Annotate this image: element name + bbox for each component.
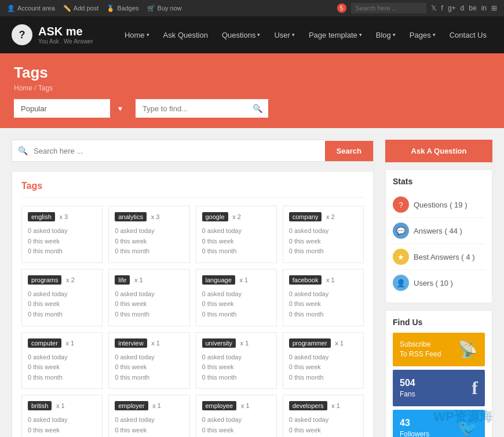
tag-this-month: 0 this month	[28, 309, 96, 320]
tag-asked-today: 0 asked today	[202, 352, 271, 363]
search-input[interactable]	[34, 141, 325, 161]
tag-card[interactable]: employer x 1 0 asked today 0 this week 0…	[108, 395, 189, 437]
tag-card[interactable]: analytics x 3 0 asked today 0 this week …	[108, 206, 189, 263]
tag-badge: company	[289, 212, 322, 221]
tag-stats: 0 asked today 0 this week 0 this month	[202, 226, 271, 257]
twitter-card[interactable]: 43 Followers 🐦	[393, 410, 485, 437]
tag-count: x 2	[232, 213, 241, 220]
tag-card[interactable]: english x 3 0 asked today 0 this week 0 …	[21, 206, 103, 263]
rss-card[interactable]: Subscribe To RSS Feed 📡	[393, 333, 485, 366]
instagram-icon[interactable]: in	[481, 4, 487, 12]
filter-select[interactable]: Popular Name Newest	[14, 100, 130, 118]
tag-card[interactable]: facebook x 1 0 asked today 0 this week 0…	[283, 269, 364, 326]
tag-this-month: 0 this month	[115, 246, 183, 257]
notification-badge[interactable]: 5	[337, 3, 346, 13]
stat-item-users: 👤 Users ( 10 )	[393, 270, 485, 296]
rss-icon[interactable]: ⊞	[491, 4, 497, 12]
nav-home[interactable]: Home ▾	[119, 26, 155, 44]
hero-search-button[interactable]: 🔍	[247, 99, 268, 118]
tag-badge: programmer	[289, 338, 331, 348]
stats-box: Stats ? Questions ( 19 ) 💬 Answers ( 44 …	[385, 169, 492, 303]
google-plus-icon[interactable]: g+	[448, 4, 456, 12]
tag-asked-today: 0 asked today	[202, 415, 271, 425]
nav-blog[interactable]: Blog ▾	[370, 26, 401, 44]
tag-card[interactable]: programmer x 1 0 asked today 0 this week…	[283, 332, 364, 389]
twitter-icon[interactable]: 𝕏	[431, 4, 437, 12]
tag-card[interactable]: google x 2 0 asked today 0 this week 0 t…	[196, 206, 277, 263]
tag-card[interactable]: language x 1 0 asked today 0 this week 0…	[196, 269, 277, 326]
tag-badge-wrap: interview x 1	[115, 338, 183, 348]
tag-badge-wrap: english x 3	[28, 212, 96, 221]
add-post-link[interactable]: ✏️ Add post	[63, 5, 98, 12]
facebook-icon[interactable]: f	[441, 4, 443, 12]
tag-this-month: 0 this month	[202, 373, 271, 383]
breadcrumb-home[interactable]: Home	[14, 84, 32, 92]
stat-item-questions: ? Questions ( 19 )	[393, 192, 485, 218]
account-area-link[interactable]: 👤 Account area	[7, 5, 55, 12]
filter-select-wrap: Popular Name Newest ▾	[14, 99, 130, 118]
tag-badge-wrap: language x 1	[202, 275, 271, 285]
tag-this-month: 0 this month	[115, 373, 183, 383]
tag-card[interactable]: programs x 2 0 asked today 0 this week 0…	[21, 269, 103, 326]
nav-user[interactable]: User ▾	[268, 26, 300, 44]
tag-card[interactable]: computer x 1 0 asked today 0 this week 0…	[21, 332, 103, 389]
tag-card[interactable]: developers x 1 0 asked today 0 this week…	[283, 395, 364, 437]
tag-this-month: 0 this month	[115, 309, 183, 320]
nav-ask-question[interactable]: Ask Question	[158, 26, 214, 44]
hero-search-input[interactable]	[136, 100, 247, 118]
buy-now-link[interactable]: 🛒 Buy now	[147, 5, 182, 12]
header: ? ASK me You Ask . We Answer Home ▾ Ask …	[0, 16, 504, 53]
tag-stats: 0 asked today 0 this week 0 this month	[115, 415, 183, 437]
breadcrumb-tags: Tags	[38, 84, 53, 92]
tag-card[interactable]: company x 2 0 asked today 0 this week 0 …	[283, 206, 364, 263]
tag-count: x 1	[335, 340, 344, 347]
nav-page-template[interactable]: Page template ▾	[303, 26, 368, 44]
answers-stat: Answers ( 44 )	[414, 227, 462, 235]
behance-icon[interactable]: be	[469, 4, 476, 12]
tag-this-week: 0 this week	[115, 236, 183, 247]
facebook-icon: f	[472, 377, 478, 399]
tag-card[interactable]: employee x 1 0 asked today 0 this week 0…	[196, 395, 277, 437]
tag-asked-today: 0 asked today	[202, 226, 271, 236]
top-bar-right: 5 𝕏 f g+ d be in ⊞	[337, 3, 497, 13]
tag-badge-wrap: programs x 2	[28, 275, 96, 285]
tag-asked-today: 0 asked today	[28, 289, 96, 300]
badges-link[interactable]: 🏅 Badges	[107, 5, 138, 12]
facebook-label: 504 Fans	[400, 377, 415, 399]
tag-badge-wrap: employee x 1	[202, 401, 271, 410]
content-area: 🔍 Search Tags english x 3 0 asked today …	[12, 140, 374, 437]
tag-asked-today: 0 asked today	[289, 415, 357, 425]
tag-this-month: 0 this month	[289, 246, 357, 257]
best-answers-icon: ★	[393, 249, 409, 265]
tag-count: x 3	[151, 213, 160, 220]
nav-questions[interactable]: Questions ▾	[216, 26, 266, 44]
tag-count: x 1	[152, 402, 161, 409]
logo: ? ASK me You Ask . We Answer	[12, 24, 93, 45]
logo-icon: ?	[12, 24, 32, 45]
tag-card[interactable]: british x 1 0 asked today 0 this week 0 …	[21, 395, 103, 437]
tag-badge-wrap: developers x 1	[289, 401, 357, 410]
tag-this-week: 0 this week	[115, 362, 183, 373]
nav-contact-us[interactable]: Contact Us	[444, 26, 492, 44]
tag-asked-today: 0 asked today	[28, 226, 96, 236]
tag-stats: 0 asked today 0 this week 0 this month	[289, 226, 357, 257]
stats-title: Stats	[393, 177, 485, 186]
ask-question-button[interactable]: Ask A Question	[385, 140, 492, 162]
tag-stats: 0 asked today 0 this week 0 this month	[28, 226, 96, 257]
tag-badge: university	[202, 338, 236, 348]
tag-stats: 0 asked today 0 this week 0 this month	[202, 352, 271, 383]
tag-asked-today: 0 asked today	[289, 226, 357, 236]
search-button[interactable]: Search	[325, 141, 373, 161]
top-search-input[interactable]	[351, 3, 426, 13]
main-nav: Home ▾ Ask Question Questions ▾ User ▾ P…	[119, 26, 492, 44]
tag-this-month: 0 this month	[28, 373, 96, 383]
tag-card[interactable]: interview x 1 0 asked today 0 this week …	[108, 332, 189, 389]
tag-badge-wrap: programmer x 1	[289, 338, 357, 348]
dribbble-icon[interactable]: d	[461, 4, 465, 12]
facebook-card[interactable]: 504 Fans f	[393, 370, 485, 406]
nav-pages[interactable]: Pages ▾	[404, 26, 441, 44]
tag-card[interactable]: life x 1 0 asked today 0 this week 0 thi…	[108, 269, 189, 326]
tag-asked-today: 0 asked today	[28, 352, 96, 363]
tag-badge: facebook	[289, 275, 322, 285]
tag-card[interactable]: university x 1 0 asked today 0 this week…	[196, 332, 277, 389]
